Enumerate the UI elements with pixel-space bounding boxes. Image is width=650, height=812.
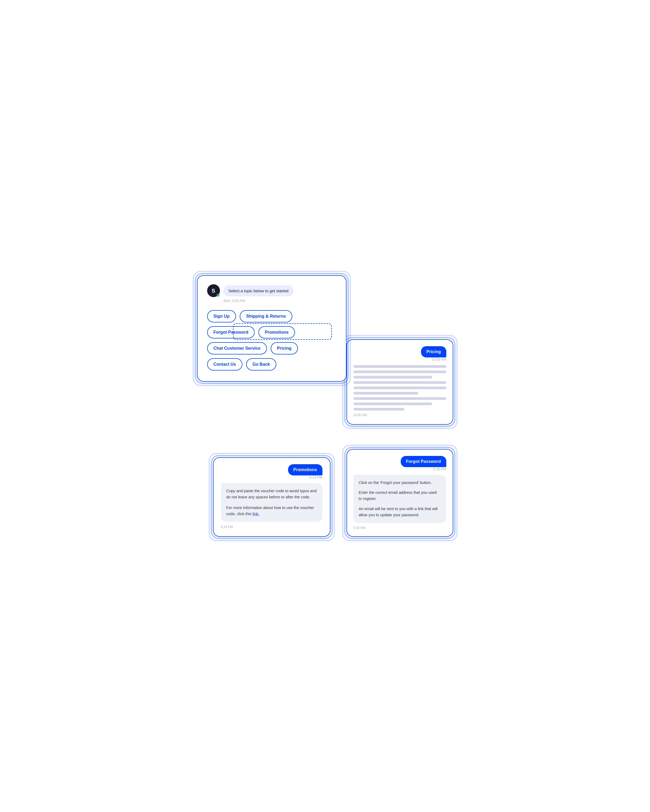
forgot-sent-bubble: Forgot Password: [401, 456, 446, 467]
placeholder-line-7: [353, 397, 446, 400]
topics-row-1: Sign Up Shipping & Returns: [207, 310, 336, 322]
promotions-button[interactable]: Promotions: [258, 326, 295, 339]
contact-us-button[interactable]: Contact Us: [207, 358, 243, 371]
forgot-password-card-wrapper: Forgot Password 5:30 PM Click on the 'Fo…: [346, 449, 453, 537]
topics-row-4: Contact Us Go Back: [207, 358, 336, 371]
chat-customer-service-button[interactable]: Chat Customer Service: [207, 342, 267, 354]
placeholder-line-8: [353, 403, 432, 405]
topic-selector-card: S Select a topic below to get started Mo…: [197, 275, 346, 382]
placeholder-line-2: [353, 371, 446, 373]
scene: S Select a topic below to get started Mo…: [197, 275, 453, 537]
forgot-text-1: Click on the 'Forgot your password' butt…: [359, 480, 441, 486]
avatar: S: [207, 284, 220, 297]
placeholder-line-6: [353, 392, 418, 395]
forgot-text-3: An email will be sent to you with a link…: [359, 506, 441, 518]
pricing-button[interactable]: Pricing: [271, 342, 298, 354]
placeholder-line-9: [353, 408, 404, 411]
forgot-received-bubble: Click on the 'Forgot your password' butt…: [353, 475, 446, 523]
online-dot: [217, 294, 220, 296]
shipping-returns-button[interactable]: Shipping & Returns: [240, 310, 292, 322]
topics-row-2: Forgot Password Promotions: [207, 326, 336, 339]
chat-header: S Select a topic below to get started: [207, 284, 336, 297]
promotions-card: Promotions 6:14 PM Copy and paste the vo…: [213, 457, 331, 537]
greeting-timestamp: Mon, 9:30 AM: [224, 299, 336, 303]
pricing-sent-bubble: Pricing: [421, 346, 446, 357]
promotions-received-bubble: Copy and paste the voucher code to avoid…: [221, 483, 322, 522]
bot-greeting-bubble: Select a topic below to get started: [224, 285, 293, 296]
pricing-card: Pricing 10:00 AM 10:00 AM: [346, 339, 453, 425]
go-back-button[interactable]: Go Back: [246, 358, 276, 371]
topics-grid: Sign Up Shipping & Returns Forgot Passwo…: [207, 310, 336, 371]
promotions-sent-timestamp: 6:14 PM: [221, 475, 322, 479]
placeholder-line-1: [353, 365, 446, 368]
sign-up-button[interactable]: Sign Up: [207, 310, 236, 322]
forgot-received-timestamp: 5:30 PM: [353, 526, 446, 530]
forgot-sent-timestamp: 5:30 PM: [353, 467, 446, 471]
pricing-sent-timestamp: 10:00 AM: [353, 357, 446, 362]
avatar-wrap: S: [207, 284, 220, 297]
dashed-selection-box: [233, 323, 332, 340]
pricing-received-timestamp: 10:00 AM: [353, 413, 446, 417]
placeholder-line-4: [353, 381, 446, 384]
promotions-sent-bubble: Promotions: [288, 464, 322, 475]
placeholder-line-3: [353, 376, 432, 379]
forgot-password-card: Forgot Password 5:30 PM Click on the 'Fo…: [346, 449, 453, 537]
promotions-text-1: Copy and paste the voucher code to avoid…: [226, 488, 317, 500]
pricing-placeholder-lines: [353, 365, 446, 411]
placeholder-line-5: [353, 386, 446, 389]
forgot-text-2: Enter the correct email address that you…: [359, 490, 441, 502]
forgot-password-button[interactable]: Forgot Password: [207, 326, 255, 339]
topics-row-3: Chat Customer Service Pricing: [207, 342, 336, 354]
promotions-link[interactable]: link.: [253, 512, 259, 516]
promotions-received-timestamp: 6:14 PM: [221, 525, 322, 529]
promotions-card-wrapper: Promotions 6:14 PM Copy and paste the vo…: [213, 457, 331, 537]
pricing-card-wrapper: Pricing 10:00 AM 10:00 AM: [346, 339, 453, 425]
topic-selector-card-wrapper: S Select a topic below to get started Mo…: [197, 275, 346, 382]
promotions-text-2: For more information about how to use th…: [226, 505, 317, 517]
